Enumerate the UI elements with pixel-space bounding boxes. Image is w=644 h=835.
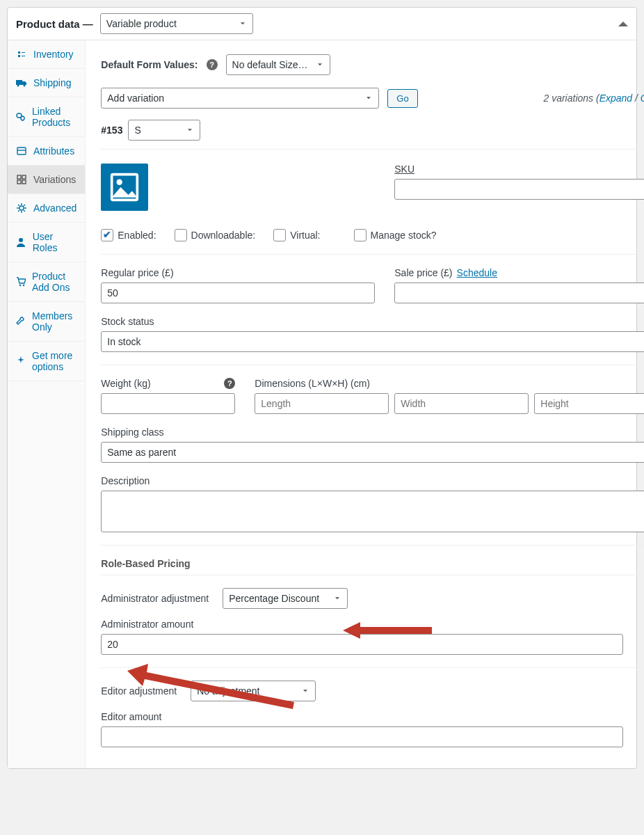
link-icon (16, 112, 26, 122)
variations-meta: 2 variations (Expand / Close) (544, 93, 645, 104)
sidebar-item-user-roles[interactable]: User Roles (8, 223, 85, 262)
sidebar-item-label: Product Add Ons (32, 271, 77, 293)
sidebar-item-product-add-ons[interactable]: Product Add Ons (8, 262, 85, 302)
sku-input[interactable] (394, 179, 644, 200)
help-icon[interactable]: ? (224, 378, 235, 389)
sidebar-item-label: Linked Products (32, 106, 77, 128)
admin-adjustment-label: Administrator adjustment (101, 593, 209, 604)
manage-stock-checkbox-label[interactable]: Manage stock? (354, 229, 437, 241)
sidebar-item-label: Advanced (33, 202, 77, 214)
svg-point-1 (24, 85, 26, 87)
editor-amount-label: Editor amount (101, 711, 161, 722)
panel-title: Product data — (16, 18, 93, 30)
grid-icon (16, 175, 27, 184)
description-textarea[interactable] (101, 491, 644, 532)
sidebar-item-label: Get more options (32, 350, 77, 372)
variation-image-upload[interactable] (101, 164, 148, 211)
sparkle-icon (16, 356, 26, 366)
svg-rect-2 (17, 148, 26, 154)
svg-point-7 (19, 206, 24, 210)
sidebar-item-label: Attributes (33, 145, 74, 157)
sidebar-item-label: Variations (33, 174, 76, 185)
downloadable-checkbox-label[interactable]: Downloadable: (175, 229, 256, 241)
admin-adjustment-select[interactable]: Percentage Discount (223, 588, 348, 609)
variation-action-select[interactable]: Add variation (101, 88, 379, 109)
sidebar-item-members-only[interactable]: Members Only (8, 302, 85, 342)
product-data-sidebar: Inventory Shipping Linked Products (8, 40, 86, 768)
shipping-class-label: Shipping class (101, 427, 163, 438)
sidebar-item-linked-products[interactable]: Linked Products (8, 97, 85, 137)
panel-header: Product data — Variable product (8, 8, 636, 40)
user-icon (16, 237, 26, 247)
sidebar-item-inventory[interactable]: Inventory (8, 40, 85, 69)
cart-icon (16, 277, 26, 287)
manage-stock-checkbox[interactable] (354, 229, 367, 241)
admin-amount-label: Administrator amount (101, 619, 193, 630)
editor-adjustment-select[interactable]: No adjustment (191, 681, 316, 701)
svg-point-10 (23, 285, 25, 287)
length-input[interactable] (255, 393, 389, 414)
help-icon[interactable]: ? (207, 59, 218, 70)
height-input[interactable] (534, 393, 644, 414)
default-form-values-select[interactable]: No default Size… (226, 54, 330, 75)
svg-point-12 (117, 179, 122, 184)
sidebar-item-advanced[interactable]: Advanced (8, 194, 85, 223)
svg-rect-4 (22, 175, 26, 179)
sidebar-item-shipping[interactable]: Shipping (8, 69, 85, 97)
variation-id: #153 (101, 125, 122, 136)
regular-price-input[interactable] (101, 283, 375, 303)
variations-panel: Default Form Values: ? No default Size… … (86, 40, 644, 768)
stock-status-select[interactable]: In stock (101, 331, 644, 352)
sku-label: SKU (394, 164, 414, 175)
role-based-pricing-title: Role-Based Pricing (101, 558, 644, 569)
svg-point-8 (19, 238, 23, 242)
wrench-icon (16, 317, 26, 326)
go-button[interactable]: Go (387, 89, 417, 108)
sidebar-item-attributes[interactable]: Attributes (8, 137, 85, 166)
virtual-checkbox[interactable] (273, 229, 286, 241)
virtual-checkbox-label[interactable]: Virtual: (273, 229, 320, 241)
inventory-icon (16, 49, 27, 59)
downloadable-checkbox[interactable] (175, 229, 187, 241)
weight-label: Weight (kg) (101, 378, 150, 389)
shipping-class-select[interactable]: Same as parent (101, 442, 644, 463)
expand-link[interactable]: Expand (599, 93, 632, 104)
svg-rect-6 (22, 180, 26, 184)
sidebar-item-label: Shipping (33, 77, 72, 88)
enabled-checkbox-label[interactable]: Enabled: (101, 229, 156, 241)
sidebar-item-label: User Roles (33, 231, 77, 253)
regular-price-label: Regular price (£) (101, 267, 173, 278)
product-type-select[interactable]: Variable product (100, 13, 253, 34)
svg-point-0 (17, 85, 19, 87)
sidebar-item-label: Members Only (32, 310, 77, 333)
admin-amount-input[interactable] (101, 634, 623, 655)
variation-size-select[interactable]: S (128, 120, 200, 141)
close-link[interactable]: Close (641, 93, 644, 104)
svg-point-9 (19, 285, 22, 287)
editor-amount-input[interactable] (101, 726, 623, 747)
svg-rect-5 (17, 180, 21, 184)
enabled-checkbox[interactable] (101, 229, 113, 241)
schedule-link[interactable]: Schedule (457, 267, 497, 278)
stock-status-label: Stock status (101, 316, 154, 327)
sidebar-item-label: Inventory (33, 49, 74, 60)
dimensions-label: Dimensions (L×W×H) (cm) (255, 378, 370, 389)
attributes-icon (16, 146, 27, 156)
gear-icon (16, 203, 27, 213)
sidebar-item-variations[interactable]: Variations (8, 166, 85, 194)
sale-price-input[interactable] (394, 283, 644, 303)
editor-adjustment-label: Editor adjustment (101, 685, 177, 697)
truck-icon (16, 78, 27, 88)
width-input[interactable] (394, 393, 529, 414)
collapse-panel-icon[interactable] (618, 17, 628, 26)
svg-rect-3 (17, 175, 21, 179)
weight-input[interactable] (101, 393, 235, 414)
sidebar-item-get-more-options[interactable]: Get more options (8, 342, 85, 381)
sale-price-label: Sale price (£) (394, 267, 452, 278)
description-label: Description (101, 475, 150, 486)
default-form-values-label: Default Form Values: (101, 59, 198, 70)
